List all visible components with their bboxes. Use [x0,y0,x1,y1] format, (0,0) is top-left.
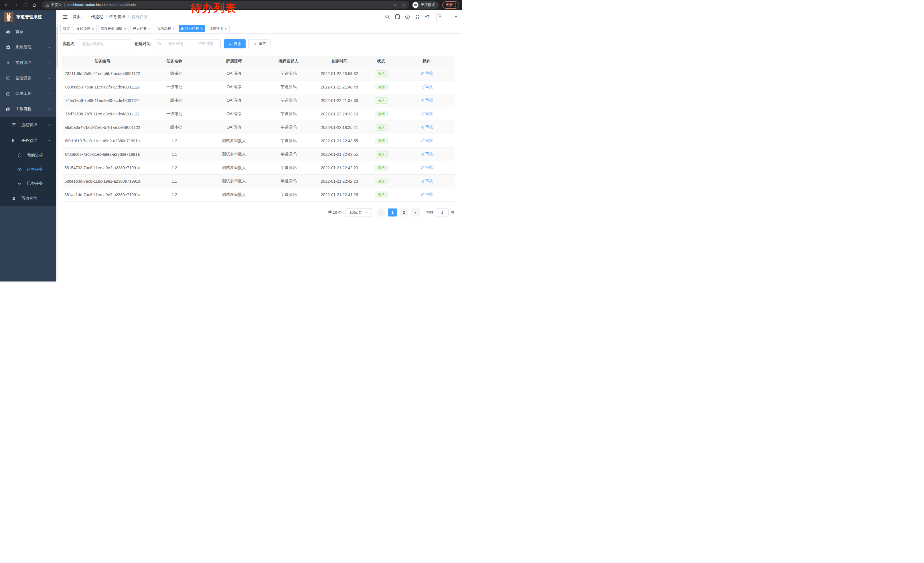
font-size-icon[interactable] [425,14,430,20]
status-badge: 激活 [375,84,388,90]
address-bar[interactable]: 不安全 dashboard.yudao.iocoder.cn /bpm/task… [42,1,410,9]
avatar[interactable] [436,12,448,23]
task-name-cell: 一级审批 [142,67,206,80]
next-page-button[interactable]: › [411,209,420,216]
tab[interactable]: 流程详情 × [207,25,230,32]
browser-menu-icon[interactable] [455,3,456,7]
github-icon[interactable] [395,14,400,20]
tab-close-icon[interactable]: × [148,27,151,31]
approve-link[interactable]: 审批 [420,111,433,116]
page-number-button[interactable]: 2 [400,209,408,216]
sidebar-item[interactable]: 支付管理 [0,55,56,71]
approve-link[interactable]: 审批 [420,98,433,103]
page-number-button[interactable]: 1 [388,209,397,216]
browser-update-button[interactable]: 更新 [442,2,459,9]
scrollbar-thumb[interactable] [56,27,58,68]
sidebar-item[interactable]: 已办任务 [0,176,56,191]
reset-button[interactable]: 重置 [249,39,270,48]
created-time-cell: 2022-01-22 21:37:30 [315,94,364,107]
table-header-cell: 所属流程 [206,56,262,67]
sidebar-item[interactable]: 任务管理 [0,132,56,148]
sidebar-item[interactable]: 流程管理 [0,117,56,132]
tab[interactable]: 流程表单-编辑 × [98,25,129,32]
sidebar-item[interactable]: 首页 [0,24,56,39]
tab-label: 流程详情 [209,26,223,31]
browser-back-button[interactable] [3,1,10,9]
sidebar-scrollbar[interactable] [56,10,58,281]
approve-link[interactable]: 审批 [420,138,433,143]
breadcrumb-item[interactable]: 工作流程 [87,14,110,20]
approve-link[interactable]: 审批 [420,192,433,197]
tab-close-icon[interactable]: × [124,27,126,31]
edit-icon [420,152,424,156]
tab-label: 流程表单-编辑 [101,26,123,31]
search-icon[interactable] [385,14,390,20]
goto-page-input[interactable] [436,209,448,216]
key-icon[interactable] [393,3,398,7]
page-size-select[interactable]: 10条/页 [345,209,372,216]
bookmark-star-icon[interactable]: ☆ [402,3,406,7]
tab[interactable]: 已办任务 × [130,25,153,32]
approve-link[interactable]: 审批 [420,125,433,130]
starter-cell: 芋道源码 [262,80,315,94]
task-name-cell: 一级审批 [142,120,206,134]
avatar-dropdown-caret-icon[interactable] [454,16,458,18]
sidebar-item[interactable]: 基础设施 [0,71,56,86]
tab[interactable]: 首页 [60,25,72,32]
sidebar-item[interactable]: 请假查询 [0,191,56,206]
breadcrumb-item[interactable]: 首页 [73,14,87,20]
tab[interactable]: 发起流程 × [74,25,97,32]
approve-link[interactable]: 审批 [420,71,433,76]
sidebar-item[interactable]: 研发工具 [0,86,56,101]
sidebar-item[interactable]: 系统管理 [0,39,56,55]
chevron-icon [48,107,51,111]
approve-link[interactable]: 审批 [420,179,433,183]
breadcrumb-item[interactable]: 任务管理 [110,14,132,20]
prev-page-button[interactable]: ‹ [377,209,385,216]
tab-close-icon[interactable]: × [200,27,202,31]
task-name-cell: 1.2 [142,161,206,174]
tab[interactable]: 待办任务 × [178,25,205,32]
approve-link[interactable]: 审批 [420,84,433,89]
start-date-placeholder[interactable]: 开始日期 [164,41,188,47]
sidebar-item-label: 系统管理 [15,45,32,50]
edit-icon [420,72,424,75]
tab[interactable]: 我的流程 × [154,25,177,32]
tab-close-icon[interactable]: × [225,27,227,31]
task-name-cell: 一级审批 [142,80,206,94]
incognito-label: 无痕模式 [421,3,435,8]
sidebar-item[interactable]: 我的流程 [0,148,56,162]
sidebar-submenu: 流程管理 任务管理 我的流程 待办任务 [0,117,56,206]
approve-link[interactable]: 审批 [420,165,433,170]
security-label[interactable]: 不安全 [51,3,62,8]
approve-link[interactable]: 审批 [420,152,433,157]
browser-forward-button[interactable] [12,1,20,9]
date-range-picker[interactable]: 开始日期 - 结束日期 [154,39,221,48]
sidebar-item-label: 首页 [15,29,24,35]
task-name-cell: 一级审批 [142,107,206,120]
help-icon[interactable] [405,14,410,20]
fullscreen-icon[interactable] [415,14,420,20]
starter-cell: 芋道源码 [262,67,315,80]
task-name-cell: 1.1 [142,147,206,161]
search-button[interactable]: 搜索 [224,39,246,48]
tab-close-icon[interactable]: × [172,27,175,31]
task-id-cell: 381aa1dd-7ac8-11ec-a9e2-a2380e71991a [62,188,142,201]
breadcrumb-item[interactable]: 待办任务 [132,14,148,20]
task-id-cell: 8f0d1619-7ac8-11ec-a9e2-a2380e71991a [62,134,142,147]
sidebar-item[interactable]: 待办任务 [0,162,56,176]
created-time-cell: 2022-01-21 22:42:23 [315,161,364,174]
tab-close-icon[interactable]: × [92,27,94,31]
chevron-icon [48,139,51,142]
process-cell: OA 请假 [206,120,262,134]
edit-icon [420,112,424,116]
sidebar-item-label: 基础设施 [15,76,32,81]
sidebar-collapse-icon[interactable] [62,14,68,20]
end-date-placeholder[interactable]: 结束日期 [194,41,218,47]
table-row: 069c6a63-7b8a-11ec-8ef0-acde48001122 一级审… [62,80,454,94]
process-name-input[interactable] [78,39,130,48]
browser-home-button[interactable] [30,1,38,9]
chevron-down-icon [364,211,368,214]
sidebar-item[interactable]: 工作流程 [0,101,56,117]
browser-reload-button[interactable] [21,1,28,9]
